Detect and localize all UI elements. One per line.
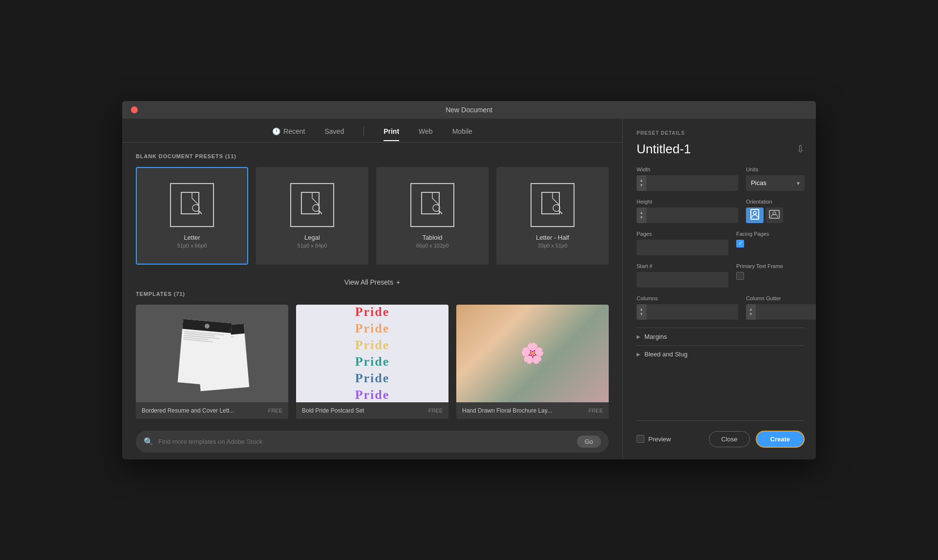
tab-recent[interactable]: 🕐 Recent (272, 127, 305, 141)
doc-title-row: Untitled-1 ⇩ (637, 142, 805, 157)
pride-row-3: Pride (355, 338, 390, 353)
preset-icon-tabloid (410, 183, 454, 227)
preset-icon-letter (170, 183, 214, 227)
pride-row-1: Pride (355, 305, 390, 319)
template-info-floral: Hand Drawn Floral Brochure Lay... FREE (456, 402, 609, 419)
columns-arrow-group: ▲ ▼ (637, 304, 646, 320)
height-down-button[interactable]: ▼ (640, 215, 643, 220)
close-button[interactable]: Close (709, 431, 749, 447)
close-window-button[interactable] (131, 106, 138, 113)
preset-size-legal: 51p0 x 84p0 (298, 243, 327, 249)
width-units-row: Width ▲ ▼ 51p0 Units Picas (637, 166, 805, 191)
preset-card-letter-half[interactable]: Letter - Half 33p0 x 51p0 (496, 167, 609, 265)
columns-value[interactable]: 1 (646, 308, 738, 315)
facing-pages-checkbox[interactable]: ✓ (736, 240, 805, 248)
preset-name-letter-half: Letter - Half (536, 234, 569, 241)
columns-up-button[interactable]: ▲ (640, 307, 643, 312)
search-go-button[interactable]: Go (577, 436, 601, 448)
doc-title: Untitled-1 (637, 142, 691, 157)
pages-value[interactable]: 1 (637, 244, 728, 251)
width-up-button[interactable]: ▲ (640, 178, 643, 183)
template-name-resume: Bordered Resume and Cover Lett... (142, 407, 234, 414)
template-card-floral[interactable]: 🌸 Hand Drawn Floral Brochure Lay... FREE (456, 305, 609, 419)
resume-page-front (178, 319, 232, 386)
svg-point-10 (433, 205, 440, 211)
width-down-button[interactable]: ▼ (640, 183, 643, 188)
create-button[interactable]: Create (756, 431, 805, 448)
svg-rect-4 (301, 192, 319, 214)
units-select[interactable]: Picas (746, 175, 805, 191)
legal-doc-icon (298, 190, 327, 220)
preset-grid: Letter 51p0 x 66p0 (136, 167, 609, 265)
tab-print[interactable]: Print (384, 127, 399, 141)
height-input[interactable]: ▲ ▼ 66p0 (637, 207, 738, 223)
pride-row-4: Pride (355, 354, 390, 369)
pages-group: Pages 1 (637, 231, 728, 255)
svg-rect-0 (181, 192, 199, 214)
start-num-input[interactable]: 1 (637, 272, 728, 288)
height-up-button[interactable]: ▲ (640, 210, 643, 215)
tab-web[interactable]: Web (419, 127, 433, 141)
height-group: Height ▲ ▼ 66p0 (637, 199, 738, 223)
landscape-button[interactable] (766, 207, 783, 223)
title-bar: New Document (122, 101, 816, 119)
start-num-value[interactable]: 1 (637, 276, 728, 283)
search-input[interactable] (158, 438, 572, 445)
orientation-label: Orientation (746, 199, 805, 205)
svg-marker-13 (542, 192, 559, 214)
save-preset-icon[interactable]: ⇩ (796, 143, 805, 155)
preset-card-legal[interactable]: Legal 51p0 x 84p0 (256, 167, 368, 265)
bleed-slug-collapsible[interactable]: ▶ Bleed and Slug (637, 345, 805, 363)
nav-separator (363, 126, 364, 136)
search-icon: 🔍 (144, 437, 153, 446)
tab-mobile[interactable]: Mobile (452, 127, 472, 141)
letter-doc-icon (177, 190, 207, 220)
facing-pages-check-icon: ✓ (736, 240, 744, 248)
pages-facing-row: Pages 1 Facing Pages ✓ (637, 231, 805, 255)
pride-row-5: Pride (355, 371, 390, 386)
column-gutter-down-button[interactable]: ▼ (749, 312, 753, 317)
units-select-wrapper: Picas ▼ (746, 175, 805, 191)
preset-name-legal: Legal (304, 234, 320, 241)
columns-down-button[interactable]: ▼ (640, 312, 643, 317)
preset-icon-letter-half (531, 183, 575, 227)
tab-saved[interactable]: Saved (324, 127, 344, 141)
height-value[interactable]: 66p0 (646, 211, 738, 219)
svg-marker-9 (422, 192, 439, 214)
width-value[interactable]: 51p0 (646, 179, 738, 187)
template-badge-floral: FREE (589, 408, 603, 414)
template-card-resume[interactable]: Bordered Resume and Cover Lett... FREE (136, 305, 288, 419)
pride-row-2: Pride (355, 321, 390, 336)
floral-decoration: 🌸 (520, 342, 545, 365)
preview-checkbox[interactable]: Preview (637, 435, 671, 443)
units-group: Units Picas ▼ (746, 166, 805, 191)
templates-section-title: TEMPLATES (71) (136, 291, 609, 297)
nav-tabs: 🕐 Recent Saved Print Web Mobile (122, 119, 622, 143)
column-gutter-value[interactable]: 1p0 (756, 308, 816, 315)
primary-text-frame-group: Primary Text Frame (736, 263, 805, 288)
left-panel: 🕐 Recent Saved Print Web Mobile (122, 119, 623, 459)
preset-card-letter[interactable]: Letter 51p0 x 66p0 (136, 167, 248, 265)
template-card-pride[interactable]: Pride Pride Pride Pride Pride Pride Bold… (296, 305, 448, 419)
presets-section-title: BLANK DOCUMENT PRESETS (11) (136, 153, 609, 159)
start-num-label: Start # (637, 263, 728, 269)
preset-icon-legal (290, 183, 334, 227)
column-gutter-input[interactable]: ▲ ▼ 1p0 (746, 304, 816, 320)
dialog-title: New Document (446, 106, 492, 114)
width-input[interactable]: ▲ ▼ 51p0 (637, 175, 738, 191)
preset-details-label: PRESET DETAILS (637, 130, 805, 136)
preset-card-tabloid[interactable]: Tabloid 66p0 x 102p0 (376, 167, 489, 265)
bleed-slug-label: Bleed and Slug (644, 351, 687, 358)
view-all-presets-button[interactable]: View All Presets + (344, 278, 400, 286)
preview-check-icon (637, 435, 644, 443)
portrait-button[interactable] (746, 207, 764, 223)
primary-text-frame-checkbox[interactable] (736, 272, 805, 280)
columns-gutter-row: Columns ▲ ▼ 1 Column Gutter ▲ ▼ (637, 295, 805, 320)
resume-avatar-2 (204, 323, 210, 329)
column-gutter-arrow-group: ▲ ▼ (746, 304, 756, 320)
pages-input[interactable]: 1 (637, 240, 728, 255)
height-arrow-group: ▲ ▼ (637, 207, 646, 223)
margins-collapsible[interactable]: ▶ Margins (637, 328, 805, 345)
column-gutter-up-button[interactable]: ▲ (749, 307, 753, 312)
columns-input[interactable]: ▲ ▼ 1 (637, 304, 738, 320)
